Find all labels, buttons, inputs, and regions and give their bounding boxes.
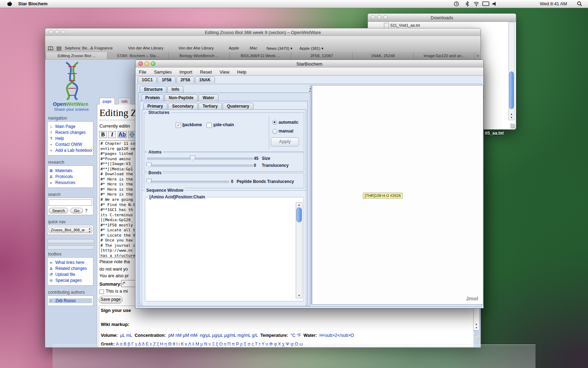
- atom-translucency-slider-thumb[interactable]: [146, 163, 152, 169]
- browser-tab[interactable]: BIOL368/F11:Week ...: [230, 52, 291, 59]
- starbiochem-window[interactable]: StarBiochem FileSamplesImportResetViewHe…: [135, 60, 484, 308]
- bold-button[interactable]: B: [99, 131, 107, 138]
- browser-tab[interactable]: 2F58, 12087: [291, 52, 352, 59]
- level-tab-quaternary[interactable]: Quaternary: [223, 103, 253, 109]
- atom-size-slider-thumb[interactable]: [190, 156, 195, 162]
- go-button[interactable]: Go: [70, 208, 83, 213]
- spotlight-icon[interactable]: [577, 1, 582, 7]
- browser-titlebar[interactable]: Editing Zrusso Biol 368 week 9 (section)…: [45, 28, 481, 36]
- charinsert-links[interactable]: µL mL: [120, 333, 132, 338]
- sidebar-item[interactable]: ?Help: [49, 136, 92, 141]
- bookmark-item[interactable]: Apple (381) ▾: [300, 46, 323, 51]
- time-machine-icon[interactable]: [454, 1, 460, 7]
- sidebar-search-input[interactable]: [49, 199, 92, 206]
- scroll-up-arrow[interactable]: ▲: [509, 113, 514, 116]
- category-tab-water[interactable]: Water: [198, 94, 218, 101]
- browser-resize-grip[interactable]: [475, 335, 480, 340]
- search-help-link[interactable]: ?: [85, 208, 88, 213]
- browser-tab[interactable]: 1NAK, 25248: [352, 52, 414, 59]
- downloads-titlebar[interactable]: Downloads: [368, 14, 516, 22]
- sidebar-item[interactable]: !Recent changes: [49, 130, 92, 135]
- author-item[interactable]: ▪Zeb Russo: [49, 298, 92, 303]
- active-app-name[interactable]: Star Biochem: [18, 1, 48, 6]
- bluetooth-icon[interactable]: [465, 1, 469, 7]
- browser-tab[interactable]: STAR: Biochem – Sta...: [107, 52, 169, 59]
- downloads-scrollbar-thumb[interactable]: [509, 71, 514, 109]
- view-tab-structure[interactable]: Structure: [140, 86, 167, 93]
- italic-button[interactable]: I: [108, 131, 116, 138]
- sequence-scrollbar-thumb[interactable]: [296, 207, 302, 222]
- starbiochem-titlebar[interactable]: StarBiochem: [135, 60, 483, 68]
- sidebar-item[interactable]: ▪Add a Lab Notebook: [49, 148, 92, 153]
- menu-file[interactable]: File: [139, 69, 146, 75]
- sequence-scrollbar[interactable]: ▲ ▼: [296, 202, 302, 298]
- browser-scrollbar[interactable]: ▲ ▼: [473, 305, 479, 330]
- minor-edit-checkbox[interactable]: [99, 289, 104, 294]
- backbone-checkbox[interactable]: ✓: [176, 123, 181, 128]
- sidebar-item[interactable]: ⚙Materials: [49, 168, 92, 173]
- browser-tab[interactable]: Editing Zrusso Biol ...: [46, 52, 107, 59]
- tab-page[interactable]: page: [99, 98, 115, 104]
- pdb-tab-1gc1[interactable]: 1GC1: [138, 76, 157, 83]
- save-page-button[interactable]: Save page: [99, 296, 122, 304]
- sidebar-item[interactable]: ⌂Main Page: [49, 124, 92, 129]
- bookmark-item[interactable]: Sephora: Be...& Fragrance: [65, 46, 113, 50]
- openwetware-logo-icon[interactable]: [60, 62, 84, 100]
- atom-size-slider[interactable]: [147, 158, 253, 160]
- site-logo-text[interactable]: OpenWetWare: [53, 101, 89, 107]
- menu-samples[interactable]: Samples: [154, 69, 172, 75]
- level-tab-secondary[interactable]: Secondary: [168, 103, 198, 109]
- browser-tab[interactable]: Biology WorkBench ...: [169, 52, 230, 59]
- manual-radio[interactable]: [272, 129, 277, 134]
- search-button[interactable]: Search: [49, 208, 68, 213]
- sidebar-item[interactable]: ↺Upload file: [49, 272, 92, 277]
- resize-grip[interactable]: [510, 124, 515, 129]
- charinsert-links[interactable]: pM nM µM mM: [168, 333, 198, 338]
- menu-help[interactable]: Help: [237, 69, 246, 75]
- new-tab-button[interactable]: +: [475, 52, 481, 59]
- peptide-bonds-slider-thumb[interactable]: [146, 179, 152, 185]
- pdb-tab-2f58[interactable]: 2F58: [176, 76, 194, 83]
- sidebar-item[interactable]: ΔProtocols: [49, 174, 92, 179]
- bookmarks-book-icon[interactable]: [48, 46, 53, 51]
- charinsert-links[interactable]: H<sub>2</sub>O: [320, 333, 354, 338]
- displays-icon[interactable]: [482, 1, 489, 7]
- panel-splitter[interactable]: ◂▸: [309, 85, 312, 305]
- molecule-viewer[interactable]: [THR]108:H.O #2626 Jmol: [312, 85, 483, 305]
- sequence-list[interactable]: [146, 202, 296, 298]
- level-tab-primary[interactable]: Primary: [143, 103, 167, 109]
- apple-menu-icon[interactable]: [7, 1, 12, 7]
- category-tab-protein[interactable]: Protein: [141, 94, 164, 101]
- bookmark-item[interactable]: News (3470) ▾: [266, 46, 292, 51]
- tab-talk[interactable]: talk: [118, 98, 131, 104]
- side-chain-checkbox[interactable]: [206, 123, 212, 128]
- atom-translucency-slider[interactable]: [147, 165, 253, 167]
- sidebar-item[interactable]: ▪Contact OWW: [49, 142, 92, 147]
- sidebar-item[interactable]: ∆Related changes: [49, 266, 92, 271]
- charinsert-links[interactable]: ng/µL µg/µL µg/mL mg/mL g/L: [200, 333, 258, 338]
- top-sites-grid-icon[interactable]: [56, 46, 62, 51]
- level-tab-tertiary[interactable]: Tertiary: [198, 103, 222, 109]
- menu-view[interactable]: View: [219, 69, 229, 75]
- sidebar-item[interactable]: ⌕Resources: [49, 180, 92, 185]
- browser-tab[interactable]: Image:Gp120 and an...: [414, 52, 475, 59]
- pdb-tab-1nak[interactable]: 1NAK: [195, 76, 215, 83]
- wifi-icon[interactable]: [473, 1, 479, 7]
- scroll-down-arrow[interactable]: ▼: [509, 116, 514, 119]
- download-item-name[interactable]: S11_Visit1_aa.txt: [390, 23, 420, 27]
- apply-button[interactable]: Apply: [271, 137, 299, 146]
- menu-import[interactable]: Import: [180, 69, 192, 75]
- menu-clock[interactable]: Wed 8:41 AM: [540, 1, 567, 6]
- bookmark-item[interactable]: Von der Ahe Library: [178, 46, 214, 50]
- sidebar-item[interactable]: ∞What links here: [49, 260, 92, 265]
- automatic-radio[interactable]: [272, 120, 277, 125]
- pdb-tab-1f58[interactable]: 1F58: [158, 76, 175, 83]
- downloads-scrollbar[interactable]: ▲ ▼: [509, 22, 514, 120]
- category-tab-non-peptide[interactable]: Non-Peptide: [164, 94, 198, 101]
- bookmark-item[interactable]: .Mac: [249, 46, 258, 50]
- menu-reset[interactable]: Reset: [200, 69, 212, 75]
- internal-link-button[interactable]: Ab: [118, 131, 127, 138]
- bookmark-item[interactable]: Apple: [229, 46, 239, 50]
- view-tab-info[interactable]: Info: [167, 86, 183, 93]
- charinsert-links[interactable]: °C °F: [290, 333, 301, 338]
